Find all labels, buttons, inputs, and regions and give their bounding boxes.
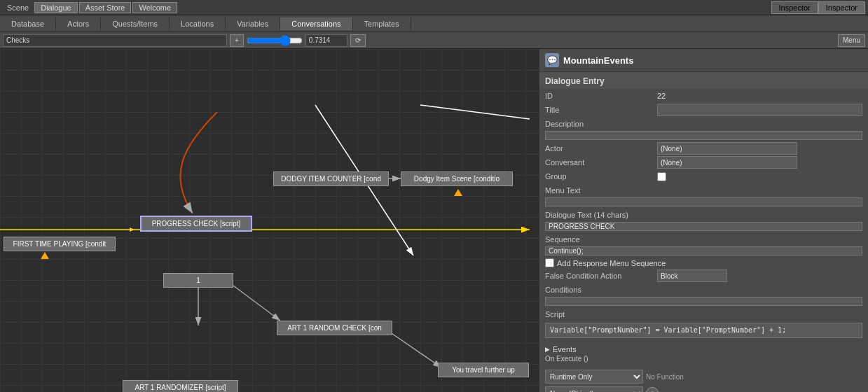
sequence-label: Sequence [545,235,657,244]
node-you-travel[interactable]: You travel further up [438,363,529,377]
menu-text-input[interactable] [545,197,862,206]
events-header[interactable]: ▶ Events [545,345,862,354]
zoom-input[interactable]: 0.7314 [305,34,347,47]
svg-line-6 [420,105,530,119]
inspector-tab-2[interactable]: Inspector [818,1,865,14]
id-row: ID 22 [539,89,868,103]
actor-label: Actor [545,144,657,153]
no-function-label: No Function [646,373,862,381]
node-first-time-playing[interactable]: FIRST TIME PLAYING [condit [4,237,116,251]
inspector-icon: 💬 [545,53,559,67]
triangle-indicator-2 [41,252,49,259]
conditions-label: Conditions [545,286,657,294]
on-execute-label: On Execute () [545,354,862,365]
node-progress-check[interactable]: PROGRESS CHECK [script] [140,216,252,232]
runtime-only-row: Runtime Only No Function [539,368,868,385]
inspector-title-row: 💬 MountainEvents [539,49,868,72]
zoom-reset-button[interactable]: ⟳ [350,34,366,47]
script-row: Script [539,307,868,321]
inspector-header-tabs: Inspector Inspector [771,1,866,14]
group-checkbox[interactable] [657,172,666,181]
title-label: Title [545,106,657,114]
node-art1-randomizer[interactable]: ART 1 RANDOMIZER [script] [123,380,238,392]
svg-line-8 [233,286,280,321]
group-label: Group [545,172,657,181]
node-art1-random-check[interactable]: ART 1 RANDOM CHECK [con [277,321,392,335]
tab-locations[interactable]: Locations [170,18,226,30]
sequence-input[interactable] [545,246,862,255]
triangle-indicator-1 [454,189,462,196]
sequence-row: Sequence [539,232,868,246]
false-condition-input[interactable] [657,270,727,282]
runtime-only-select[interactable]: Runtime Only [545,370,643,384]
actor-input[interactable] [657,142,797,155]
false-condition-label: False Condition Action [545,272,657,280]
description-label: Description [545,120,657,128]
none-object-row: None (Object) ⊙ [539,385,868,392]
menu-text-label: Menu Text [545,186,657,195]
conversant-label: Conversant [545,158,657,167]
canvas-area[interactable]: DODGY ITEM COUNTER [cond Dodgy Item Scen… [0,49,539,392]
conditions-row: Conditions [539,283,868,297]
events-label: Events [553,345,577,354]
group-row: Group [539,169,868,183]
title-row: Title [539,103,868,117]
svg-line-9 [385,329,441,368]
tab-bar: Database Actors Quests/Items Locations V… [0,15,868,32]
actor-row: Actor [539,141,868,155]
conditions-input[interactable] [545,297,862,306]
tab-database[interactable]: Database [0,18,56,30]
node-dodgy-item-scene[interactable]: Dodgy Item Scene [conditio [401,172,513,186]
menu-text-row: Menu Text [539,183,868,197]
false-condition-row: False Condition Action [539,269,868,283]
object-picker-button[interactable]: ⊙ [646,387,659,392]
none-object-select[interactable]: None (Object) [545,386,643,392]
dialogue-text-label: Dialogue Text (14 chars) [545,211,657,219]
svg-marker-5 [130,227,135,232]
tab-conversations[interactable]: Conversations [280,18,352,30]
welcome-tab[interactable]: Welcome [132,2,177,13]
toolbar: + 0.7314 ⟳ Menu [0,32,868,49]
add-response-row: Add Response Menu Sequence [539,257,868,269]
inspector-name: MountainEvents [563,55,633,66]
search-input[interactable] [3,34,227,47]
conversant-input[interactable] [657,156,797,169]
add-response-checkbox[interactable] [545,258,554,267]
dialogue-entry-section: Dialogue Entry [539,72,868,89]
tab-actors[interactable]: Actors [56,18,101,30]
id-label: ID [545,92,657,100]
events-section: ▶ Events On Execute () [539,342,868,368]
tab-quests[interactable]: Quests/Items [101,18,170,30]
inspector-panel: 💬 MountainEvents Dialogue Entry ID 22 Ti… [539,49,868,392]
dialogue-text-input[interactable] [545,222,862,231]
canvas-svg [0,49,539,392]
zoom-slider[interactable] [247,35,303,46]
script-label: Script [545,310,657,318]
script-text: Variable["PromptNumber"] = Variable["Pro… [545,323,862,338]
add-response-label: Add Response Menu Sequence [557,259,666,267]
tab-templates[interactable]: Templates [353,18,411,30]
node-1[interactable]: 1 [163,273,233,288]
description-input[interactable] [545,131,862,140]
scene-label: Scene [3,4,33,12]
title-input[interactable] [657,104,862,116]
events-triangle: ▶ [545,346,550,353]
asset-store-tab[interactable]: Asset Store [79,2,132,13]
inspector-tab-1[interactable]: Inspector [771,1,818,14]
id-value: 22 [657,92,862,100]
top-bar: Scene Dialogue Asset Store Welcome Inspe… [0,0,868,15]
conversant-row: Conversant [539,155,868,169]
menu-button[interactable]: Menu [838,34,865,47]
node-dodgy-item-counter[interactable]: DODGY ITEM COUNTER [cond [273,172,389,186]
main-layout: DODGY ITEM COUNTER [cond Dodgy Item Scen… [0,49,868,392]
dialogue-tab[interactable]: Dialogue [34,2,77,13]
tab-variables[interactable]: Variables [226,18,280,30]
add-button[interactable]: + [230,34,244,47]
dialogue-text-row: Dialogue Text (14 chars) [539,208,868,222]
description-row: Description [539,117,868,131]
